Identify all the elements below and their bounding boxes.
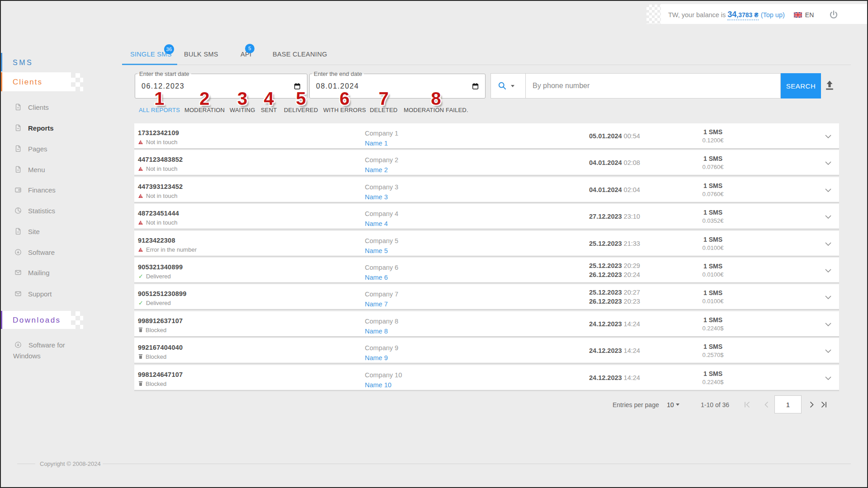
report-row[interactable]: 998912637107BlockedCompany 8Name 824.12.… [134,311,839,337]
next-page-icon[interactable] [808,401,815,408]
sidebar-section-clients[interactable]: Clients [13,78,42,87]
logout-power-icon[interactable] [828,9,839,20]
calendar-icon[interactable] [472,83,479,90]
sms-section-bar [0,53,2,71]
filter-deleted[interactable]: 7DELETED [370,107,397,114]
sender-name-link[interactable]: Name 6 [365,274,388,281]
message-status: ✓Delivered [138,273,171,279]
annotation-number: 1 [154,89,164,108]
dissolve-pattern-topbar [646,5,661,24]
expand-chevron-icon[interactable] [825,269,831,272]
sidebar-section-sms[interactable]: SMS [13,59,33,67]
phone-number: 48723451444 [138,210,179,217]
filter-waiting[interactable]: 3WAITING [230,107,255,114]
search-button[interactable]: SEARCH [781,73,821,99]
entries-per-page-value[interactable]: 10 [667,401,674,408]
entries-per-page-caret-icon[interactable] [676,404,679,406]
sidebar-item-support[interactable]: Support [14,289,52,298]
tab-single-sms[interactable]: SINGLE SMS36 [130,51,172,58]
page-number-box[interactable] [774,395,802,413]
sender-name-link[interactable]: Name 2 [365,166,388,174]
message-date: 04.01.2024 02:04 [589,185,640,194]
uk-flag-icon[interactable] [794,12,802,18]
end-date-value[interactable]: 08.01.2024 [316,82,359,90]
tab-api[interactable]: API5 [241,51,251,58]
report-row[interactable]: 992167404040BlockedCompany 9Name 924.12.… [134,338,839,363]
report-row[interactable]: 447393123452Not in touchCompany 3Name 30… [134,177,839,202]
top-up-link[interactable]: (Top up) [761,11,785,19]
sidebar-item-software[interactable]: Software [14,248,55,257]
report-row[interactable]: 447123483852Not in touchCompany 2Name 20… [134,150,839,175]
search-type-dropdown[interactable] [491,73,526,99]
sender-name-link[interactable]: Name 7 [365,300,388,308]
language-selector[interactable]: EN [805,11,814,19]
search-input[interactable] [526,73,781,99]
company-name: Company 10 [365,371,402,379]
sidebar-item-menu[interactable]: Menu [14,165,45,174]
report-row[interactable]: 17312342109Not in touchCompany 1Name 105… [134,123,839,149]
sms-count-cost: 1 SMS0.1200€ [700,123,726,149]
expand-chevron-icon[interactable] [825,323,831,326]
sender-name-link[interactable]: Name 9 [365,354,388,361]
sender-name-link[interactable]: Name 1 [365,140,388,147]
sender-name-link[interactable]: Name 5 [365,247,388,254]
status-label: Delivered [146,300,171,306]
filter-all-reports[interactable]: 1ALL REPORTS [139,107,180,114]
expand-chevron-icon[interactable] [825,161,831,165]
sms-count-cost: 1 SMS0.2570$ [700,338,726,363]
report-row[interactable]: 905321340899✓DeliveredCompany 6Name 625.… [134,258,839,283]
warning-icon [138,220,143,225]
status-label: Blocked [146,380,166,387]
report-row[interactable]: 48723451444Not in touchCompany 4Name 427… [134,204,839,229]
message-status: Not in touch [138,219,177,225]
report-row[interactable]: 9051251230899✓DeliveredCompany 7Name 725… [134,284,839,310]
sidebar-item-label: Menu [28,166,45,174]
sidebar-item-software-for-windows[interactable]: Software for Windows [0,340,77,361]
sender-name-link[interactable]: Name 8 [365,328,388,335]
page-number-input[interactable] [775,396,801,413]
end-date-field[interactable]: Enter the end date 08.01.2024 [309,74,486,99]
company-name: Company 8 [365,318,398,325]
filter-moderation[interactable]: 2MODERATION [184,107,225,114]
tab-label: BASE CLEANING [273,51,327,58]
sidebar-item-pages[interactable]: Pages [14,144,47,153]
tab-bulk-sms[interactable]: BULK SMS [184,51,218,58]
sms-count-cost: 1 SMS0.0100€ [700,284,726,310]
sidebar-section-downloads[interactable]: Downloads [13,316,61,325]
filter-delivered[interactable]: 5DELIVERED [284,107,318,114]
sender-name-link[interactable]: Name 10 [365,381,392,389]
prev-page-icon[interactable] [763,401,770,408]
report-row[interactable]: 998124647107BlockedCompany 10Name 1024.1… [134,365,839,390]
sidebar-item-finances[interactable]: Finances [14,185,56,194]
sms-count-cost: 1 SMS0.2240$ [700,365,726,390]
export-upload-icon[interactable] [824,80,835,91]
expand-chevron-icon[interactable] [825,296,831,299]
last-page-icon[interactable] [821,401,827,408]
sms-cost: 0.0100€ [703,271,724,278]
message-date: 25.12.2023 21:33 [589,239,640,248]
warning-icon [138,140,143,145]
balance-amount[interactable]: 34,3783 ₴ [727,10,758,20]
sender-name-link[interactable]: Name 4 [365,220,388,227]
filter-moderation-failed-[interactable]: 8MODERATION FAILED. [404,107,468,114]
sidebar-item-site[interactable]: Site [14,227,40,236]
sidebar-item-mailing[interactable]: Mailing [14,268,50,277]
report-row[interactable]: 9123422308Error in the numberCompany 5Na… [134,231,839,256]
footer-line-right [103,464,851,464]
expand-chevron-icon[interactable] [825,349,831,353]
sms-cost: 0.0760€ [703,191,724,197]
expand-chevron-icon[interactable] [825,376,831,380]
expand-chevron-icon[interactable] [825,215,831,219]
wallet-icon [14,186,22,193]
sender-name-link[interactable]: Name 3 [365,193,388,201]
tab-base-cleaning[interactable]: BASE CLEANING [273,51,327,58]
phone-number: 905321340899 [138,263,183,271]
filter-with-errors[interactable]: 6WITH ERRORS [323,107,366,114]
first-page-icon[interactable] [744,401,750,408]
expand-chevron-icon[interactable] [825,188,831,192]
sidebar-item-statistics[interactable]: Statistics [14,206,55,215]
expand-chevron-icon[interactable] [825,242,831,246]
expand-chevron-icon[interactable] [825,135,831,138]
sidebar-item-reports[interactable]: Reports [14,123,54,132]
filter-sent[interactable]: 4SENT [261,107,277,114]
